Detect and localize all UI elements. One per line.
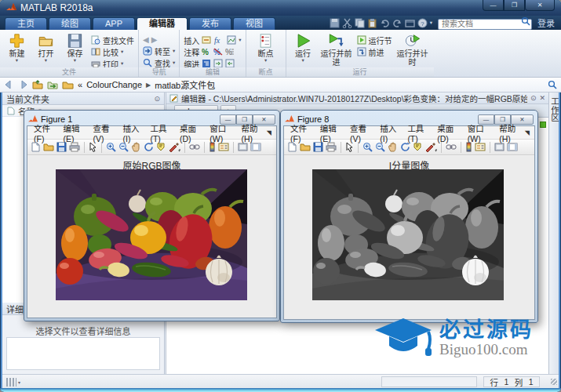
figure-menu-item[interactable]: 窗口(W) xyxy=(205,122,236,143)
brush-icon[interactable] xyxy=(169,142,180,152)
browse-folder-icon[interactable] xyxy=(47,80,58,89)
pan-hand-icon[interactable] xyxy=(388,142,398,152)
qat-save-icon[interactable] xyxy=(330,18,340,28)
figure-menu-item[interactable]: 编辑(E) xyxy=(315,122,345,143)
qat-dropdown-caret[interactable]: ▾ xyxy=(430,20,432,25)
resize-grip-icon[interactable] xyxy=(551,379,557,385)
show-plot-tools-icon[interactable] xyxy=(507,142,518,152)
figure-menu-item[interactable]: 工具(T) xyxy=(145,122,175,143)
comment-button[interactable]: 注释 % % % xyxy=(184,47,241,56)
back-icon[interactable] xyxy=(4,80,14,89)
grip-caret-icon[interactable]: ▾ xyxy=(18,379,20,385)
new-button[interactable]: 新建▾ xyxy=(4,31,30,67)
tab-editor[interactable]: 编辑器 xyxy=(137,17,188,30)
statusbar-grip-icon[interactable] xyxy=(6,378,16,387)
compare-button[interactable]: 比较▾ xyxy=(91,47,134,56)
insert-colorbar-icon[interactable] xyxy=(465,142,472,152)
tab-apps[interactable]: APP xyxy=(93,17,135,30)
forward-icon[interactable] xyxy=(18,80,28,89)
breadcrumb-chevrons[interactable]: « xyxy=(78,80,82,89)
editor-close-icon[interactable]: ✕ xyxy=(539,94,545,102)
login-link[interactable]: 登录 xyxy=(537,16,555,29)
up-folder-icon[interactable] xyxy=(32,80,43,89)
print-figure-icon[interactable] xyxy=(69,142,80,152)
figure-menu-item[interactable]: 文件(F) xyxy=(286,122,315,143)
panel-menu-icon[interactable]: ⊙ xyxy=(154,95,160,103)
figure-menu-item[interactable]: 插入(I) xyxy=(118,122,145,143)
show-plot-tools-icon[interactable] xyxy=(250,142,261,152)
menu-overflow-icon[interactable]: ◥ xyxy=(267,129,275,136)
figure-menu-item[interactable]: 工具(T) xyxy=(403,122,432,143)
brush-icon[interactable] xyxy=(425,142,437,152)
nav-back-forward[interactable]: ◀ ▶ xyxy=(143,35,175,44)
search-input[interactable] xyxy=(438,19,532,30)
zoom-out-icon[interactable] xyxy=(118,142,129,152)
link-plot-icon[interactable] xyxy=(189,142,200,152)
figure-menu-item[interactable]: 帮助(H) xyxy=(236,122,266,143)
close-button[interactable]: ✕ xyxy=(525,0,555,11)
edit-plot-cursor-icon[interactable] xyxy=(345,142,354,152)
figure-menu-item[interactable]: 编辑(E) xyxy=(59,122,89,143)
insert-legend-icon[interactable] xyxy=(475,142,486,152)
menu-overflow-icon[interactable]: ◥ xyxy=(525,129,533,136)
rotate-3d-icon[interactable] xyxy=(400,142,410,152)
breadcrumb-folder-1[interactable]: ColourChange xyxy=(86,80,142,89)
zoom-out-icon[interactable] xyxy=(375,142,385,152)
hide-plot-tools-icon[interactable] xyxy=(494,142,505,152)
figure-menu-item[interactable]: 查看(V) xyxy=(89,122,118,143)
figure-menu-item[interactable]: 查看(V) xyxy=(345,122,375,143)
open-file-icon[interactable] xyxy=(300,142,311,152)
insert-button[interactable]: 插入 fx ▾ xyxy=(184,35,241,45)
editor-menu-icon[interactable]: ⊙ xyxy=(530,94,537,102)
run-button[interactable]: 运行▾ xyxy=(290,31,316,67)
new-figure-icon[interactable] xyxy=(31,142,41,152)
tab-view[interactable]: 视图 xyxy=(233,17,275,30)
print-figure-icon[interactable] xyxy=(326,142,337,152)
data-cursor-icon[interactable] xyxy=(156,142,166,152)
workspace-strip[interactable]: 工作区 xyxy=(548,93,559,374)
hide-plot-tools-icon[interactable] xyxy=(238,142,248,152)
figure-menu-item[interactable]: 桌面(D) xyxy=(432,122,463,143)
breadcrumb-folder-2[interactable]: matlab源文件包 xyxy=(155,78,215,91)
open-file-icon[interactable] xyxy=(43,142,54,152)
insert-legend-icon[interactable] xyxy=(218,142,229,152)
zoom-in-icon[interactable] xyxy=(106,142,116,152)
pan-hand-icon[interactable] xyxy=(131,142,141,152)
figure-menu-item[interactable]: 帮助(H) xyxy=(494,122,525,143)
edit-plot-cursor-icon[interactable] xyxy=(89,142,97,152)
tab-home[interactable]: 主页 xyxy=(5,17,47,30)
qat-copy-icon[interactable] xyxy=(355,18,365,28)
qat-help-icon[interactable]: ? xyxy=(417,18,428,28)
figure-menu-item[interactable]: 桌面(D) xyxy=(175,122,205,143)
link-plot-icon[interactable] xyxy=(446,142,457,152)
zoom-in-icon[interactable] xyxy=(362,142,373,152)
find-button[interactable]: 查找▾ xyxy=(143,58,175,67)
breakpoints-button[interactable]: 断点▾ xyxy=(250,31,282,67)
qat-undo-icon[interactable] xyxy=(380,18,390,28)
run-section-button[interactable]: 运行节 xyxy=(357,35,392,45)
address-search-icon[interactable] xyxy=(548,80,557,89)
maximize-button[interactable]: ❐ xyxy=(504,0,525,11)
save-button[interactable]: 保存▾ xyxy=(62,31,88,67)
advance-button[interactable]: 前进 xyxy=(357,47,392,56)
qat-cut-icon[interactable] xyxy=(342,18,352,28)
new-figure-icon[interactable] xyxy=(287,142,297,152)
save-figure-icon[interactable] xyxy=(313,142,323,152)
insert-colorbar-icon[interactable] xyxy=(209,142,216,152)
goto-button[interactable]: 转至▾ xyxy=(143,46,175,56)
search-icon[interactable] xyxy=(521,16,530,26)
figure-menu-item[interactable]: 窗口(W) xyxy=(463,122,494,143)
qat-switch-window-icon[interactable] xyxy=(405,18,415,28)
qat-redo-icon[interactable] xyxy=(392,18,403,28)
code-analyzer-indicator[interactable] xyxy=(540,122,546,128)
save-figure-icon[interactable] xyxy=(56,142,67,152)
find-files-button[interactable]: 查找文件 xyxy=(91,35,134,45)
rotate-3d-icon[interactable] xyxy=(144,142,154,152)
figure-menu-item[interactable]: 文件(F) xyxy=(29,122,59,143)
figure-menu-item[interactable]: 插入(I) xyxy=(375,122,403,143)
minimize-button[interactable]: — xyxy=(483,0,504,11)
run-time-button[interactable]: 运行并计时 xyxy=(395,31,430,67)
qat-paste-icon[interactable] xyxy=(367,18,377,28)
tab-publish[interactable]: 发布 xyxy=(189,17,231,30)
data-cursor-icon[interactable] xyxy=(413,142,423,152)
